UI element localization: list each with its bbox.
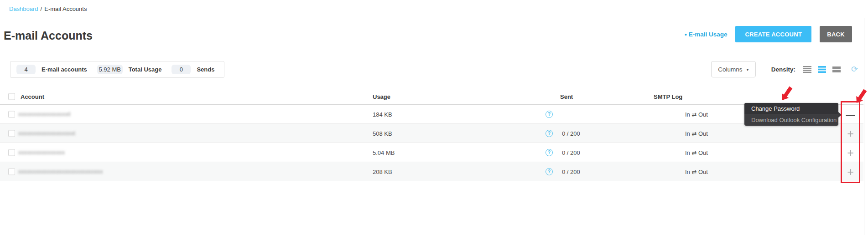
smtp-log-link[interactable]: In ⇄ Out bbox=[685, 149, 708, 156]
smtp-log-link[interactable]: In ⇄ Out bbox=[685, 130, 708, 137]
columns-dropdown[interactable]: Columns ▾ bbox=[711, 61, 755, 77]
create-account-button[interactable]: CREATE ACCOUNT bbox=[735, 26, 811, 42]
menu-item-download-outlook-configuration[interactable]: Download Outlook Configuration bbox=[744, 114, 838, 126]
column-header-account[interactable]: Account bbox=[21, 93, 44, 100]
sent-value: 0 / 200 bbox=[562, 149, 580, 156]
row-checkbox[interactable] bbox=[8, 130, 15, 137]
column-header-usage[interactable]: Usage bbox=[373, 93, 390, 100]
table-row: xxxxxxxxxxxxxxxxxxxt 508 KB ? 0 / 200 In… bbox=[0, 124, 863, 143]
row-checkbox[interactable] bbox=[8, 111, 15, 118]
total-usage-label: Total Usage bbox=[129, 66, 162, 73]
accounts-count-badge: 4 bbox=[16, 65, 36, 74]
back-button[interactable]: BACK bbox=[820, 26, 852, 42]
breadcrumb: Dashboard / E-mail Accounts bbox=[0, 0, 868, 18]
account-name-blurred: xxxxxxxxxxxxxxxxxxxxxxxxxxxxx bbox=[18, 169, 103, 175]
accounts-count-label: E-mail accounts bbox=[42, 66, 87, 73]
row-context-menu: Change Password Download Outlook Configu… bbox=[744, 103, 838, 126]
select-all-checkbox[interactable] bbox=[8, 93, 15, 100]
stats-card: 4 E-mail accounts 5.92 MB Total Usage 0 … bbox=[10, 61, 224, 78]
usage-value: 208 KB bbox=[373, 168, 392, 175]
account-name-blurred: xxxxxxxxxxxxxxxx bbox=[18, 149, 65, 156]
scrollbar-track-line bbox=[864, 18, 864, 235]
density-medium-icon-active[interactable] bbox=[818, 66, 826, 73]
density-label: Density: bbox=[771, 66, 795, 73]
columns-dropdown-label: Columns bbox=[718, 66, 742, 73]
row-checkbox[interactable] bbox=[8, 149, 15, 156]
menu-item-change-password[interactable]: Change Password bbox=[744, 103, 838, 114]
table-header: Account Usage Sent SMTP Log bbox=[0, 88, 863, 105]
table-row: xxxxxxxxxxxxxxxxxil 184 KB ? In ⇄ Out — bbox=[0, 105, 863, 124]
usage-value: 508 KB bbox=[373, 130, 392, 137]
row-checkbox[interactable] bbox=[8, 168, 15, 175]
expand-button[interactable]: — bbox=[841, 110, 860, 119]
bullet-icon: • bbox=[685, 31, 687, 38]
account-name-blurred: xxxxxxxxxxxxxxxxxxxt bbox=[18, 130, 75, 137]
help-question-icon[interactable]: ? bbox=[546, 130, 553, 137]
header-actions: •E-mail Usage CREATE ACCOUNT BACK bbox=[685, 26, 852, 42]
email-accounts-table: Account Usage Sent SMTP Log xxxxxxxxxxxx… bbox=[0, 88, 863, 181]
column-header-sent[interactable]: Sent bbox=[560, 93, 573, 100]
density-compact-icon[interactable] bbox=[832, 66, 841, 73]
table-row: xxxxxxxxxxxxxxxxxxxxxxxxxxxxx 208 KB ? 0… bbox=[0, 162, 863, 181]
page-title: E-mail Accounts bbox=[4, 29, 93, 42]
help-question-icon[interactable]: ? bbox=[546, 149, 553, 156]
sends-label: Sends bbox=[197, 66, 214, 73]
density-comfortable-icon[interactable] bbox=[803, 66, 811, 73]
context-menu-pointer bbox=[838, 112, 842, 118]
breadcrumb-separator: / bbox=[41, 5, 42, 12]
email-usage-link[interactable]: •E-mail Usage bbox=[685, 31, 728, 38]
table-toolbar: Columns ▾ Density: ⟳ bbox=[711, 61, 858, 78]
refresh-icon[interactable]: ⟳ bbox=[851, 65, 858, 73]
usage-value: 5.04 MB bbox=[373, 149, 395, 156]
sends-count-badge: 0 bbox=[172, 65, 191, 74]
chevron-down-icon: ▾ bbox=[747, 67, 749, 72]
help-question-icon[interactable]: ? bbox=[546, 168, 553, 175]
help-question-icon[interactable]: ? bbox=[546, 111, 553, 118]
total-usage-badge: 5.92 MB bbox=[97, 65, 123, 74]
table-body: xxxxxxxxxxxxxxxxxil 184 KB ? In ⇄ Out — … bbox=[0, 105, 863, 181]
sent-value: 0 / 200 bbox=[562, 130, 580, 137]
column-header-smtp-log[interactable]: SMTP Log bbox=[654, 93, 682, 100]
sent-value: 0 / 200 bbox=[562, 168, 580, 175]
usage-value: 184 KB bbox=[373, 111, 392, 118]
page-header: E-mail Accounts •E-mail Usage CREATE ACC… bbox=[0, 18, 868, 51]
table-row: xxxxxxxxxxxxxxxx 5.04 MB ? 0 / 200 In ⇄ … bbox=[0, 143, 863, 162]
expand-button[interactable]: + bbox=[841, 128, 860, 139]
expand-button[interactable]: + bbox=[841, 147, 860, 158]
expand-button[interactable]: + bbox=[841, 166, 860, 177]
account-name-blurred: xxxxxxxxxxxxxxxxxil bbox=[18, 111, 71, 118]
smtp-log-link[interactable]: In ⇄ Out bbox=[685, 111, 708, 118]
email-accounts-page: Dashboard / E-mail Accounts E-mail Accou… bbox=[0, 0, 868, 235]
breadcrumb-dashboard-link[interactable]: Dashboard bbox=[9, 5, 38, 12]
email-usage-link-label: E-mail Usage bbox=[689, 31, 728, 38]
smtp-log-link[interactable]: In ⇄ Out bbox=[685, 168, 708, 175]
breadcrumb-current: E-mail Accounts bbox=[44, 5, 87, 12]
